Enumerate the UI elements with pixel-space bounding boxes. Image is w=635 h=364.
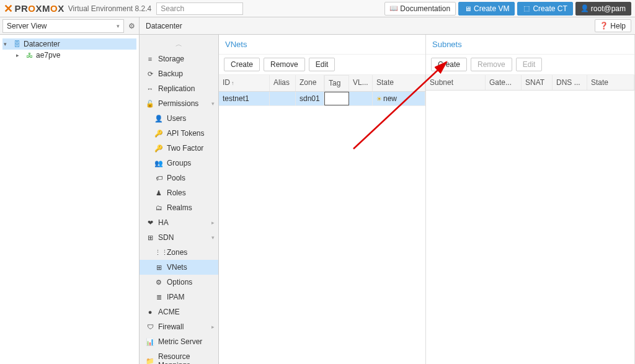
sidebar-item-backup[interactable]: ⟳Backup <box>140 66 218 81</box>
documentation-button[interactable]: 📖Documentation <box>384 2 456 16</box>
sidebar-label: Resource Mappings <box>158 352 215 364</box>
create-ct-button[interactable]: ⬚Create CT <box>517 2 572 16</box>
tree-node[interactable]: ▸ 🖧 ae7pve <box>15 50 136 61</box>
vnets-row[interactable]: testnet1 sdn01 ☀new <box>219 92 425 106</box>
sidebar-icon: ⊞ <box>154 264 163 272</box>
vnets-toolbar: Create Remove Edit <box>219 55 425 75</box>
sidebar-icon: 🏷 <box>154 174 163 182</box>
sidebar-item-roles[interactable]: ♟Roles <box>140 185 218 200</box>
search-input[interactable]: Search <box>156 2 243 15</box>
content-area: VNets Create Remove Edit ID↑ Alias Zone … <box>219 35 635 364</box>
sidebar-label: Realms <box>167 203 192 212</box>
subnets-create-button[interactable]: Create <box>431 58 467 71</box>
help-button[interactable]: ❓Help <box>595 19 631 32</box>
collapse-up[interactable]: ︿ <box>140 37 218 51</box>
col-state[interactable]: State <box>587 75 634 90</box>
col-alias[interactable]: Alias <box>270 75 296 91</box>
sidebar-icon: ⊞ <box>146 234 154 242</box>
help-icon: ❓ <box>600 22 608 30</box>
subnets-remove-button[interactable]: Remove <box>471 58 512 71</box>
logo: ✕ PROXMOX <box>4 2 64 16</box>
vnets-create-button[interactable]: Create <box>224 58 260 71</box>
sidebar-icon: 🗂 <box>154 204 163 211</box>
cell-alias <box>270 92 296 105</box>
sidebar-label: VNets <box>167 263 187 272</box>
sidebar-icon: 👤 <box>154 115 163 123</box>
cube-icon: ⬚ <box>523 5 530 12</box>
sidebar-icon: ⚙ <box>154 278 163 286</box>
sidebar-item-api-tokens[interactable]: 🔑API Tokens <box>140 126 218 141</box>
sidebar-item-permissions[interactable]: 🔓Permissions▾ <box>140 96 218 111</box>
sidebar-icon: 🔑 <box>154 130 163 138</box>
sidebar-item-sdn[interactable]: ⊞SDN▾ <box>140 230 218 245</box>
product-version: Virtual Environment 8.2.4 <box>68 4 152 13</box>
sidebar-item-options[interactable]: ⚙Options <box>140 275 218 290</box>
vnets-title: VNets <box>219 35 425 55</box>
sidebar-label: SDN <box>158 233 174 242</box>
sidebar-label: Roles <box>167 189 186 197</box>
col-dns[interactable]: DNS ... <box>553 75 587 90</box>
col-vlan[interactable]: VL... <box>349 75 373 91</box>
cell-tag <box>324 92 349 105</box>
sidebar-icon: ↔ <box>146 85 154 92</box>
subnets-grid-body <box>426 91 634 364</box>
subnets-title: Subnets <box>426 35 634 55</box>
sidebar-label: Replication <box>158 84 195 93</box>
sidebar-icon: ⟳ <box>146 70 154 78</box>
sidebar-item-groups[interactable]: 👥Groups <box>140 156 218 171</box>
col-subnet[interactable]: Subnet <box>426 75 486 90</box>
sidebar-icon: 🔑 <box>154 144 163 153</box>
view-dropdown[interactable]: Server View▾ <box>2 19 124 33</box>
sidebar-item-users[interactable]: 👤Users <box>140 111 218 126</box>
gear-icon: ⚙ <box>128 22 135 30</box>
chevron-icon: ▾ <box>211 234 215 241</box>
logo-x-icon: ✕ <box>4 2 14 16</box>
brand-text: PROXMOX <box>15 3 64 14</box>
sidebar-icon: 🛡 <box>146 323 154 331</box>
sidebar-item-pools[interactable]: 🏷Pools <box>140 171 218 185</box>
sidebar-item-realms[interactable]: 🗂Realms <box>140 200 218 215</box>
sidebar-item-two-factor[interactable]: 🔑Two Factor <box>140 141 218 156</box>
view-settings-button[interactable]: ⚙ <box>124 22 139 30</box>
user-menu-button[interactable]: 👤root@pam <box>575 2 631 16</box>
breadcrumb: Datacenter <box>140 17 591 34</box>
sidebar-item-metric-server[interactable]: 📊Metric Server <box>140 334 218 349</box>
create-vm-button[interactable]: 🖥Create VM <box>458 2 515 16</box>
sidebar-item-replication[interactable]: ↔Replication <box>140 81 218 96</box>
tree-datacenter[interactable]: ▾ 🗄 Datacenter <box>2 38 136 50</box>
col-tag[interactable]: Tag <box>324 75 349 91</box>
config-sidebar: ︿ ≡Storage⟳Backup↔Replication🔓Permission… <box>140 35 219 364</box>
chevron-icon: ▾ <box>211 100 215 107</box>
sidebar-item-vnets[interactable]: ⊞VNets <box>140 260 218 275</box>
sidebar-item-ipam[interactable]: ≣IPAM <box>140 290 218 304</box>
col-snat[interactable]: SNAT <box>522 75 553 90</box>
new-icon: ☀ <box>376 95 382 102</box>
cell-zone: sdn01 <box>296 92 324 105</box>
sidebar-item-zones[interactable]: ⋮⋮Zones <box>140 245 218 260</box>
expand-icon: ▸ <box>16 52 22 58</box>
vnets-remove-button[interactable]: Remove <box>264 58 305 71</box>
vnets-edit-button[interactable]: Edit <box>309 58 335 71</box>
col-zone[interactable]: Zone <box>296 75 324 91</box>
vnets-panel: VNets Create Remove Edit ID↑ Alias Zone … <box>219 35 426 364</box>
subnets-edit-button[interactable]: Edit <box>516 58 543 71</box>
col-gateway[interactable]: Gate... <box>486 75 522 90</box>
chevron-icon: ▸ <box>211 220 215 226</box>
sidebar-item-ha[interactable]: ❤HA▸ <box>140 215 218 230</box>
chevron-down-icon: ▾ <box>117 23 120 29</box>
sidebar-item-firewall[interactable]: 🛡Firewall▸ <box>140 319 218 334</box>
collapse-icon: ▾ <box>4 41 10 47</box>
server-icon: 🖧 <box>25 51 33 60</box>
cell-state: ☀new <box>373 92 425 105</box>
sidebar-label: Permissions <box>158 99 198 108</box>
sidebar-item-storage[interactable]: ≡Storage <box>140 51 218 66</box>
subnets-panel: Subnets Create Remove Edit Subnet Gate..… <box>426 35 635 364</box>
col-state[interactable]: State <box>373 75 425 91</box>
secondary-bar: Server View▾ ⚙ Datacenter ❓Help <box>0 17 635 35</box>
sidebar-item-resource-mappings[interactable]: 📁Resource Mappings <box>140 349 218 364</box>
col-id[interactable]: ID↑ <box>219 75 270 91</box>
sidebar-item-acme[interactable]: ●ACME <box>140 304 218 319</box>
sidebar-label: HA <box>158 218 169 227</box>
tree-label: Datacenter <box>24 40 60 48</box>
top-header: ✕ PROXMOX Virtual Environment 8.2.4 Sear… <box>0 0 635 17</box>
